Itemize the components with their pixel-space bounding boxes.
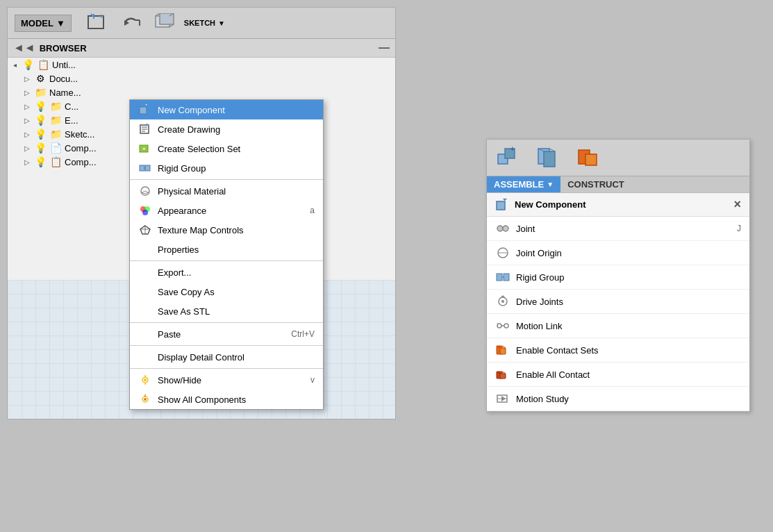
enable-contact-sets-label: Enable Contact Sets [516,345,599,356]
context-menu-item-new-component[interactable]: + New Component [130,100,323,119]
tree-arrow: ▷ [23,158,31,166]
svg-rect-21 [140,165,144,171]
right-menu-item-motion-study[interactable]: Motion Study [487,387,749,411]
context-menu-item-save-copy-as[interactable]: Save Copy As [130,282,323,301]
right-menu-close-button[interactable]: × [733,197,741,212]
assemble-dropdown-icon: ▼ [547,181,554,188]
right-menu-item-joint[interactable]: Joint J [487,217,749,241]
tree-row[interactable]: ▷ ⚙ Docu... [8,72,395,85]
right-menu-item-joint-origin[interactable]: Joint Origin [487,241,749,265]
context-menu-item-display-detail[interactable]: Display Detail Control [130,347,323,367]
svg-rect-42 [544,151,555,167]
create-selection-set-icon: + [138,142,152,155]
context-menu-item-appearance[interactable]: Appearance a [130,201,323,220]
create-selection-set-label: Create Selection Set [158,144,315,154]
svg-text:+: + [510,145,515,153]
joint-origin-icon [495,246,510,260]
joint-shortcut: J [737,224,741,233]
context-menu: + New Component Create Drawing [129,99,324,410]
right-menu-item-enable-contact-sets[interactable]: Enable Contact Sets [487,338,749,363]
model-dropdown-icon: ▼ [56,18,65,28]
context-menu-item-save-as-stl[interactable]: Save As STL [130,301,323,321]
new-component-menu-icon: + [495,198,510,212]
rigid-group-label: Rigid Group [158,163,315,174]
context-menu-item-paste[interactable]: Paste Ctrl+V [130,324,323,344]
tree-row[interactable]: ▷ 📁 Name... [8,85,395,99]
tree-icon-folder: 📁 [34,87,47,98]
context-menu-item-show-hide[interactable]: Show/Hide v [130,370,323,390]
svg-rect-66 [500,348,506,354]
context-menu-item-export[interactable]: Export... [130,263,323,282]
svg-rect-70 [500,374,506,379]
context-menu-item-rigid-group[interactable]: Rigid Group [130,158,323,178]
browser-content: ◂ 💡 📋 Unti... ▷ ⚙ Docu... ▷ 📁 Name... ▷ … [8,58,395,419]
appearance-icon [138,204,152,217]
svg-text:+: + [142,146,146,152]
motion-link-icon [495,319,510,333]
tree-icon-bulb: 💡 [34,115,47,126]
context-menu-item-physical-material[interactable]: Physical Material [130,181,323,201]
svg-rect-46 [585,154,597,165]
motion-study-label: Motion Study [516,394,569,404]
ctx-separator [130,322,323,323]
show-all-icon [138,393,152,406]
tree-row[interactable]: ◂ 💡 📋 Unti... [8,58,395,72]
tree-arrow: ▷ [23,103,31,110]
browser-collapse-icon[interactable]: ◄◄ [13,42,35,54]
3d-view-icon[interactable] [152,12,177,34]
ctx-separator [130,368,323,369]
assemble-toolbar-icon[interactable]: + [494,144,527,172]
enable-all-contact-label: Enable All Contact [516,369,590,380]
right-menu-header-label: New Component [515,199,586,210]
assemble-tab[interactable]: ASSEMBLE ▼ [487,176,560,192]
show-all-components-label: Show All Components [158,394,315,405]
enable-contact-sets-icon [495,343,510,357]
browser-header: ◄◄ BROWSER — [8,39,395,58]
new-component-label: New Component [158,105,315,115]
undo-icon[interactable] [119,12,144,34]
svg-rect-12 [140,107,147,114]
save-copy-as-label: Save Copy As [158,287,315,297]
assemble-tab-label: ASSEMBLE [494,179,544,190]
context-menu-item-create-drawing[interactable]: Create Drawing [130,119,323,139]
right-menu-item-motion-link[interactable]: Motion Link [487,314,749,338]
sketch-create-icon[interactable]: + [85,12,110,34]
tree-icon-gear: ⚙ [34,73,47,84]
svg-point-32 [144,379,147,381]
properties-icon [138,243,152,256]
context-menu-item-show-all-components[interactable]: Show All Components [130,390,323,409]
context-menu-item-properties[interactable]: Properties [130,240,323,259]
svg-point-49 [497,226,503,231]
right-menu-item-drive-joints[interactable]: Drive Joints [487,290,749,314]
orange-component-icon[interactable] [574,144,608,172]
rigid-group-icon [138,162,152,174]
svg-text:+: + [144,104,148,108]
model-button[interactable]: MODEL ▼ [15,15,72,32]
enable-all-contact-icon [495,367,510,381]
right-panel: + ASSEMBLE ▼ CONSTRUCT [486,139,750,412]
svg-text:+: + [503,199,507,203]
context-menu-item-create-selection-set[interactable]: + Create Selection Set [130,139,323,158]
svg-marker-75 [501,396,506,401]
svg-point-27 [142,210,148,215]
drive-joints-icon [495,294,510,308]
appearance-label: Appearance [158,206,304,216]
tree-arrow: ▷ [23,89,31,97]
right-menu-header: + New Component × [487,193,749,217]
tree-arrow: ◂ [10,61,19,69]
model-label: MODEL [21,18,53,28]
right-menu-item-enable-all-contact[interactable]: Enable All Contact [487,363,749,387]
browser-label: BROWSER [40,43,87,53]
svg-rect-54 [497,274,502,281]
save-as-stl-label: Save As STL [158,306,315,317]
drive-joints-label: Drive Joints [516,297,563,307]
context-menu-item-texture-map[interactable]: Texture Map Controls [130,220,323,240]
construct-tab[interactable]: CONSTRUCT [560,176,749,192]
tree-icon-file: 📋 [37,59,49,70]
right-menu-item-rigid-group[interactable]: Rigid Group [487,265,749,290]
ctx-separator [130,179,323,180]
rigid-group-right-icon [495,270,510,284]
assembly-book-icon[interactable] [534,144,567,172]
tree-icon-folder: 📁 [49,115,62,126]
browser-minimize-icon[interactable]: — [379,42,390,54]
